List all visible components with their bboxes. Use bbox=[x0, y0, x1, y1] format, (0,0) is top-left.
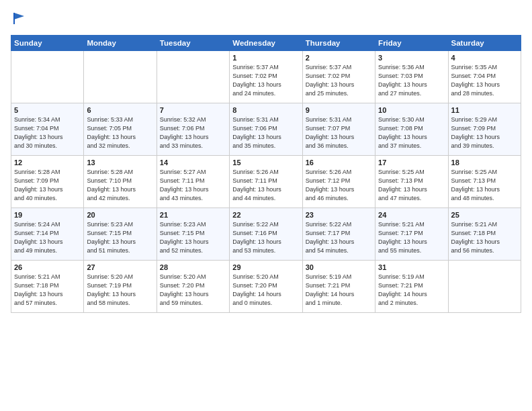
calendar-cell: 17Sunrise: 5:25 AMSunset: 7:13 PMDayligh… bbox=[375, 156, 448, 208]
calendar-cell: 4Sunrise: 5:35 AMSunset: 7:04 PMDaylight… bbox=[448, 51, 521, 103]
day-info: Sunrise: 5:22 AMSunset: 7:17 PMDaylight:… bbox=[306, 220, 372, 255]
day-info: Sunrise: 5:37 AMSunset: 7:02 PMDaylight:… bbox=[232, 63, 299, 98]
day-info: Sunrise: 5:22 AMSunset: 7:16 PMDaylight:… bbox=[232, 220, 299, 255]
weekday-header-friday: Friday bbox=[375, 36, 448, 51]
calendar-cell: 31Sunrise: 5:19 AMSunset: 7:21 PMDayligh… bbox=[375, 261, 448, 313]
day-number: 14 bbox=[160, 158, 226, 167]
day-info: Sunrise: 5:24 AMSunset: 7:14 PMDaylight:… bbox=[14, 220, 81, 255]
day-number: 13 bbox=[87, 158, 153, 167]
calendar-cell: 9Sunrise: 5:31 AMSunset: 7:07 PMDaylight… bbox=[302, 103, 375, 156]
calendar-table: SundayMondayTuesdayWednesdayThursdayFrid… bbox=[11, 35, 521, 313]
calendar-cell: 29Sunrise: 5:20 AMSunset: 7:20 PMDayligh… bbox=[230, 261, 302, 313]
day-info: Sunrise: 5:36 AMSunset: 7:03 PMDaylight:… bbox=[378, 63, 445, 98]
day-info: Sunrise: 5:27 AMSunset: 7:11 PMDaylight:… bbox=[160, 168, 226, 203]
day-info: Sunrise: 5:19 AMSunset: 7:21 PMDaylight:… bbox=[306, 273, 372, 308]
header bbox=[11, 11, 521, 28]
calendar-cell: 13Sunrise: 5:28 AMSunset: 7:10 PMDayligh… bbox=[84, 156, 157, 208]
day-number: 26 bbox=[14, 263, 81, 271]
day-info: Sunrise: 5:37 AMSunset: 7:02 PMDaylight:… bbox=[306, 63, 372, 98]
day-number: 27 bbox=[87, 263, 153, 271]
calendar-cell: 22Sunrise: 5:22 AMSunset: 7:16 PMDayligh… bbox=[230, 208, 302, 261]
day-info: Sunrise: 5:31 AMSunset: 7:07 PMDaylight:… bbox=[306, 116, 372, 150]
calendar-cell: 27Sunrise: 5:20 AMSunset: 7:19 PMDayligh… bbox=[84, 261, 157, 313]
logo bbox=[11, 11, 27, 28]
day-info: Sunrise: 5:31 AMSunset: 7:06 PMDaylight:… bbox=[232, 116, 299, 150]
day-number: 6 bbox=[87, 106, 153, 114]
day-number: 3 bbox=[378, 54, 445, 62]
day-number: 18 bbox=[451, 158, 518, 167]
day-number: 20 bbox=[87, 211, 153, 219]
calendar-cell bbox=[11, 51, 84, 103]
calendar-body: 1Sunrise: 5:37 AMSunset: 7:02 PMDaylight… bbox=[11, 51, 521, 313]
day-info: Sunrise: 5:29 AMSunset: 7:09 PMDaylight:… bbox=[451, 116, 518, 150]
day-info: Sunrise: 5:26 AMSunset: 7:11 PMDaylight:… bbox=[232, 168, 299, 203]
calendar-cell bbox=[157, 51, 229, 103]
calendar-cell bbox=[84, 51, 157, 103]
day-number: 22 bbox=[232, 211, 299, 219]
day-number: 5 bbox=[14, 106, 81, 114]
day-info: Sunrise: 5:19 AMSunset: 7:21 PMDaylight:… bbox=[378, 273, 445, 308]
day-info: Sunrise: 5:32 AMSunset: 7:06 PMDaylight:… bbox=[160, 116, 226, 150]
calendar-cell: 23Sunrise: 5:22 AMSunset: 7:17 PMDayligh… bbox=[302, 208, 375, 261]
calendar-cell: 28Sunrise: 5:20 AMSunset: 7:20 PMDayligh… bbox=[157, 261, 229, 313]
day-number: 4 bbox=[451, 54, 518, 62]
svg-marker-0 bbox=[14, 13, 24, 19]
day-number: 16 bbox=[306, 158, 372, 167]
day-number: 30 bbox=[306, 263, 372, 271]
day-number: 19 bbox=[14, 211, 81, 219]
calendar-cell: 7Sunrise: 5:32 AMSunset: 7:06 PMDaylight… bbox=[157, 103, 229, 156]
day-number: 31 bbox=[378, 263, 445, 271]
day-info: Sunrise: 5:20 AMSunset: 7:20 PMDaylight:… bbox=[232, 273, 299, 308]
week-row-3: 19Sunrise: 5:24 AMSunset: 7:14 PMDayligh… bbox=[11, 208, 521, 261]
day-number: 29 bbox=[232, 263, 299, 271]
weekday-header-row: SundayMondayTuesdayWednesdayThursdayFrid… bbox=[11, 36, 521, 51]
day-number: 12 bbox=[14, 158, 81, 167]
day-number: 1 bbox=[232, 54, 299, 62]
calendar-cell: 21Sunrise: 5:23 AMSunset: 7:15 PMDayligh… bbox=[157, 208, 229, 261]
day-number: 25 bbox=[451, 211, 518, 219]
calendar-cell: 1Sunrise: 5:37 AMSunset: 7:02 PMDaylight… bbox=[230, 51, 302, 103]
calendar-cell: 14Sunrise: 5:27 AMSunset: 7:11 PMDayligh… bbox=[157, 156, 229, 208]
week-row-2: 12Sunrise: 5:28 AMSunset: 7:09 PMDayligh… bbox=[11, 156, 521, 208]
calendar-cell: 16Sunrise: 5:26 AMSunset: 7:12 PMDayligh… bbox=[302, 156, 375, 208]
day-info: Sunrise: 5:30 AMSunset: 7:08 PMDaylight:… bbox=[378, 116, 445, 150]
weekday-header-monday: Monday bbox=[84, 36, 157, 51]
day-info: Sunrise: 5:21 AMSunset: 7:18 PMDaylight:… bbox=[14, 273, 81, 308]
week-row-1: 5Sunrise: 5:34 AMSunset: 7:04 PMDaylight… bbox=[11, 103, 521, 156]
weekday-header-sunday: Sunday bbox=[11, 36, 84, 51]
day-number: 23 bbox=[306, 211, 372, 219]
day-number: 2 bbox=[306, 54, 372, 62]
calendar-cell: 20Sunrise: 5:23 AMSunset: 7:15 PMDayligh… bbox=[84, 208, 157, 261]
day-info: Sunrise: 5:25 AMSunset: 7:13 PMDaylight:… bbox=[378, 168, 445, 203]
calendar-page: SundayMondayTuesdayWednesdayThursdayFrid… bbox=[0, 0, 532, 411]
weekday-header-thursday: Thursday bbox=[302, 36, 375, 51]
day-info: Sunrise: 5:20 AMSunset: 7:20 PMDaylight:… bbox=[160, 273, 226, 308]
day-number: 24 bbox=[378, 211, 445, 219]
day-number: 17 bbox=[378, 158, 445, 167]
calendar-cell bbox=[448, 261, 521, 313]
day-info: Sunrise: 5:26 AMSunset: 7:12 PMDaylight:… bbox=[306, 168, 372, 203]
day-info: Sunrise: 5:35 AMSunset: 7:04 PMDaylight:… bbox=[451, 63, 518, 98]
day-info: Sunrise: 5:34 AMSunset: 7:04 PMDaylight:… bbox=[14, 116, 81, 150]
calendar-cell: 10Sunrise: 5:30 AMSunset: 7:08 PMDayligh… bbox=[375, 103, 448, 156]
calendar-cell: 3Sunrise: 5:36 AMSunset: 7:03 PMDaylight… bbox=[375, 51, 448, 103]
calendar-cell: 6Sunrise: 5:33 AMSunset: 7:05 PMDaylight… bbox=[84, 103, 157, 156]
day-info: Sunrise: 5:33 AMSunset: 7:05 PMDaylight:… bbox=[87, 116, 153, 150]
week-row-0: 1Sunrise: 5:37 AMSunset: 7:02 PMDaylight… bbox=[11, 51, 521, 103]
day-number: 10 bbox=[378, 106, 445, 114]
day-number: 11 bbox=[451, 106, 518, 114]
calendar-cell: 5Sunrise: 5:34 AMSunset: 7:04 PMDaylight… bbox=[11, 103, 84, 156]
weekday-header-saturday: Saturday bbox=[448, 36, 521, 51]
calendar-cell: 30Sunrise: 5:19 AMSunset: 7:21 PMDayligh… bbox=[302, 261, 375, 313]
calendar-cell: 19Sunrise: 5:24 AMSunset: 7:14 PMDayligh… bbox=[11, 208, 84, 261]
weekday-header-wednesday: Wednesday bbox=[230, 36, 302, 51]
calendar-cell: 8Sunrise: 5:31 AMSunset: 7:06 PMDaylight… bbox=[230, 103, 302, 156]
calendar-cell: 12Sunrise: 5:28 AMSunset: 7:09 PMDayligh… bbox=[11, 156, 84, 208]
day-number: 15 bbox=[232, 158, 299, 167]
day-info: Sunrise: 5:20 AMSunset: 7:19 PMDaylight:… bbox=[87, 273, 153, 308]
day-info: Sunrise: 5:21 AMSunset: 7:18 PMDaylight:… bbox=[451, 220, 518, 255]
day-number: 8 bbox=[232, 106, 299, 114]
day-info: Sunrise: 5:28 AMSunset: 7:10 PMDaylight:… bbox=[87, 168, 153, 203]
calendar-cell: 26Sunrise: 5:21 AMSunset: 7:18 PMDayligh… bbox=[11, 261, 84, 313]
day-info: Sunrise: 5:21 AMSunset: 7:17 PMDaylight:… bbox=[378, 220, 445, 255]
